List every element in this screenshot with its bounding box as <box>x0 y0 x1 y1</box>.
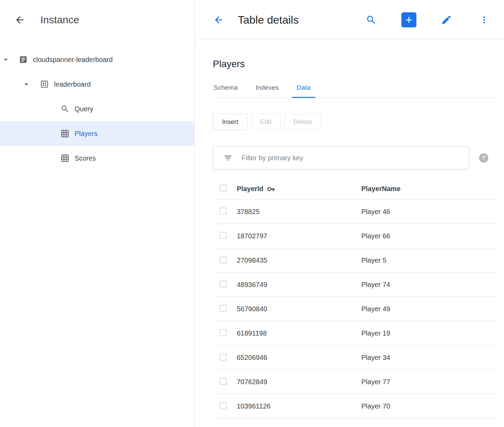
cell-player-id: 70762849 <box>237 378 361 386</box>
row-checkbox[interactable] <box>220 378 227 385</box>
cell-player-name: Player 46 <box>361 208 496 216</box>
sidebar-title: Instance <box>40 14 79 26</box>
tree-item-players[interactable]: Players <box>0 121 194 146</box>
cell-player-id: 48936749 <box>237 281 361 289</box>
column-header-playerid: PlayerId <box>237 185 361 193</box>
row-checkbox[interactable] <box>220 402 227 409</box>
main-content: Players Schema Indexes Data Insert Edit … <box>195 40 504 418</box>
cell-player-id: 61891198 <box>237 329 361 337</box>
tree-item-query[interactable]: Query <box>0 97 194 121</box>
select-all-checkbox[interactable] <box>220 185 227 192</box>
more-vert-icon[interactable] <box>477 12 492 27</box>
cell-player-id: 27098435 <box>237 256 361 264</box>
filter-bar: ? <box>213 147 496 169</box>
tree-item-label: Players <box>75 130 98 138</box>
tab-schema[interactable]: Schema <box>213 79 247 98</box>
main-header: Table details <box>195 0 504 40</box>
caret-down-icon[interactable] <box>21 79 31 89</box>
cell-player-id: 378825 <box>237 208 361 216</box>
cell-player-name: Player 49 <box>361 305 496 313</box>
row-checkbox[interactable] <box>220 232 227 239</box>
instance-tree: cloudspanner-leaderboard leaderboard Que… <box>0 40 194 171</box>
tree-item-database[interactable]: leaderboard <box>0 72 194 97</box>
tab-data[interactable]: Data <box>288 79 320 98</box>
back-arrow-icon[interactable] <box>211 12 226 27</box>
sidebar-header: Instance <box>0 0 194 40</box>
cell-player-name: Player 74 <box>361 281 496 289</box>
main-panel: Table details Players Schema <box>195 0 504 427</box>
row-checkbox[interactable] <box>220 353 227 361</box>
cell-player-id: 103961126 <box>237 402 361 410</box>
add-record-button[interactable] <box>401 12 416 27</box>
table-row: 48936749Player 74 <box>213 273 496 297</box>
page-header-title: Table details <box>238 14 299 26</box>
table-row: 18702797Player 66 <box>213 224 496 248</box>
table-grid-icon <box>60 129 70 138</box>
row-checkbox[interactable] <box>220 256 227 263</box>
row-checkbox[interactable] <box>220 329 227 336</box>
instance-icon <box>18 55 28 64</box>
table-row: 378825Player 46 <box>213 200 496 224</box>
help-icon[interactable]: ? <box>479 153 488 163</box>
cell-player-name: Player 77 <box>361 378 496 386</box>
table-row: 65206946Player 34 <box>213 346 496 370</box>
edit-button[interactable]: Edit <box>251 114 281 130</box>
table-body: 378825Player 4618702797Player 6627098435… <box>213 200 496 418</box>
cell-player-name: Player 34 <box>361 354 496 362</box>
page-title: Players <box>213 59 496 70</box>
table-header-row: PlayerId PlayerName <box>213 178 496 200</box>
primary-key-icon <box>267 185 275 193</box>
caret-down-icon[interactable] <box>1 54 11 65</box>
column-header-playername: PlayerName <box>361 185 496 193</box>
cell-player-id: 65206946 <box>237 354 361 362</box>
table-row: 70762849Player 77 <box>213 370 496 394</box>
tree-item-label: Query <box>75 105 93 113</box>
tree-item-scores[interactable]: Scores <box>0 146 194 171</box>
cell-player-id: 56790840 <box>237 305 361 313</box>
tab-bar: Schema Indexes Data <box>213 79 496 98</box>
tree-item-label: cloudspanner-leaderboard <box>33 56 113 64</box>
tab-indexes[interactable]: Indexes <box>247 79 288 98</box>
cell-player-name: Player 66 <box>361 232 496 240</box>
tree-item-label: Scores <box>75 154 96 162</box>
cell-player-name: Player 5 <box>361 256 496 264</box>
table-row: 56790840Player 49 <box>213 297 496 321</box>
row-checkbox[interactable] <box>220 280 227 288</box>
cell-player-name: Player 70 <box>361 402 496 410</box>
action-bar: Insert Edit Delete <box>213 114 496 130</box>
row-checkbox[interactable] <box>220 305 227 312</box>
row-checkbox[interactable] <box>220 208 227 215</box>
database-icon <box>40 79 49 89</box>
cell-player-id: 18702797 <box>237 232 361 240</box>
edit-pencil-icon[interactable] <box>439 12 454 27</box>
filter-list-icon <box>223 153 233 163</box>
data-table: PlayerId PlayerName 378825Player 4618702… <box>213 178 496 418</box>
search-icon[interactable] <box>364 12 379 27</box>
table-grid-icon <box>60 153 70 163</box>
app-window: Instance cloudspanner-leaderboard l <box>0 0 504 427</box>
insert-button[interactable]: Insert <box>213 114 248 130</box>
tree-item-instance[interactable]: cloudspanner-leaderboard <box>0 47 194 72</box>
delete-button[interactable]: Delete <box>284 114 321 130</box>
table-row: 61891198Player 19 <box>213 321 496 346</box>
table-row: 103961126Player 70 <box>213 394 496 418</box>
cell-player-name: Player 19 <box>361 329 496 337</box>
tree-item-label: leaderboard <box>54 80 91 88</box>
query-search-icon <box>60 104 70 114</box>
header-actions <box>364 12 492 27</box>
filter-box[interactable] <box>213 147 469 169</box>
table-row: 27098435Player 5 <box>213 248 496 273</box>
back-arrow-icon[interactable] <box>13 13 27 27</box>
filter-input[interactable] <box>242 154 464 162</box>
sidebar: Instance cloudspanner-leaderboard l <box>0 0 195 427</box>
